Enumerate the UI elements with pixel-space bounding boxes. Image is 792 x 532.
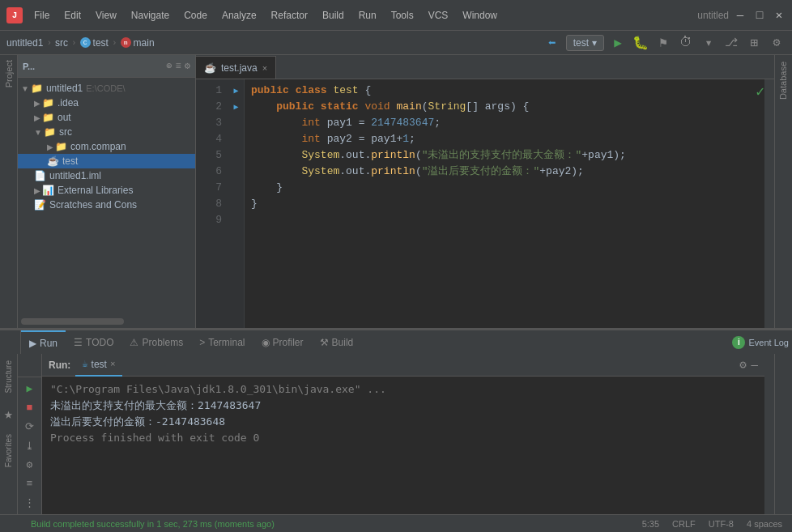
project-panel-gear-icon[interactable]: ⚙ (185, 60, 190, 72)
tree-scratches[interactable]: 📝 Scratches and Cons (18, 198, 195, 212)
terminal-tab-icon: > (199, 337, 205, 348)
run-fold-button[interactable]: ≡ (21, 476, 39, 492)
build-tab-label: Build (332, 337, 354, 348)
run-output-area: Structure ★ Favorites ▶ ■ ⟳ ⤓ ⚙ ≡ ⋮ Run:… (0, 354, 792, 514)
close-button[interactable]: ✕ (773, 9, 786, 22)
menu-run[interactable]: Run (352, 6, 383, 24)
tree-com-folder[interactable]: ▶ 📁 com.compan (18, 139, 195, 154)
menu-view[interactable]: View (89, 6, 123, 24)
favorites-icon[interactable]: ★ (4, 405, 13, 423)
run-settings-button[interactable]: ⚙ (21, 457, 39, 473)
menu-code[interactable]: Code (177, 6, 214, 24)
window-controls: — □ ✕ (734, 9, 786, 22)
menu-bar: File Edit View Navigate Code Analyze Ref… (28, 6, 692, 24)
run-output-line-4: Process finished with exit code 0 (50, 430, 756, 446)
tab-terminal[interactable]: > Terminal (191, 330, 253, 355)
menu-vcs[interactable]: VCS (422, 6, 455, 24)
coverage-button[interactable]: ⚑ (654, 34, 672, 52)
menu-build[interactable]: Build (316, 6, 351, 24)
indent-indicator[interactable]: 4 spaces (743, 519, 786, 529)
menu-refactor[interactable]: Refactor (265, 6, 314, 24)
structure-label[interactable]: Structure (2, 357, 15, 397)
tree-test-label: test (62, 155, 78, 167)
project-side-label[interactable]: Project (4, 60, 14, 87)
project-panel: P... ⊕ ≡ ⚙ ▼ 📁 untitled1 E:\CODE\ ▶ 📁 .i… (18, 55, 196, 328)
run-rerun-button[interactable]: ⟳ (21, 419, 39, 435)
tree-test-file[interactable]: ☕ test (18, 154, 195, 168)
run-scroll-end-button[interactable]: ⤓ (21, 438, 39, 454)
menu-analyze[interactable]: Analyze (215, 6, 263, 24)
minimize-button[interactable]: — (734, 9, 747, 22)
search-everywhere-icon[interactable]: ⊞ (745, 34, 763, 52)
profile-button[interactable]: ⏱ (677, 34, 695, 52)
database-panel-label[interactable]: Database (775, 55, 792, 106)
run-stop-button[interactable]: ■ (21, 400, 39, 416)
problems-tab-icon: ⚠ (130, 337, 138, 348)
run-output: "C:\Program Files\Java\jdk1.8.0_301\bin\… (42, 377, 764, 514)
run-button[interactable]: ▶ (609, 34, 627, 52)
menu-file[interactable]: File (28, 6, 56, 24)
more-run-icon[interactable]: ▾ (700, 34, 717, 52)
tab-todo[interactable]: ☰ TODO (66, 330, 121, 355)
run-scrollbar[interactable] (764, 354, 774, 514)
run-tab-close[interactable]: × (110, 360, 116, 369)
code-editor[interactable]: 1234 56789 ▶ ▶ public class test { publi… (196, 79, 774, 328)
tab-profiler[interactable]: ◉ Profiler (253, 330, 312, 355)
breadcrumb-main[interactable]: main (134, 37, 155, 49)
favorites-label[interactable]: Favorites (2, 431, 15, 470)
project-scrollbar[interactable] (21, 318, 124, 325)
menu-tools[interactable]: Tools (385, 6, 420, 24)
line-col-indicator[interactable]: 5:35 (639, 519, 662, 529)
editor-scrollbar[interactable] (764, 79, 774, 328)
event-log-button[interactable]: i Event Log (732, 336, 789, 349)
encoding-indicator[interactable]: UTF-8 (705, 519, 737, 529)
run-more-button[interactable]: ⋮ (21, 496, 39, 512)
tree-out-label: out (57, 112, 71, 123)
event-log-icon: i (732, 336, 745, 349)
breadcrumb-src[interactable]: src (55, 37, 68, 49)
run-minimize-icon[interactable]: — (752, 359, 758, 372)
maximize-button[interactable]: □ (753, 9, 766, 22)
editor-tab-test-java[interactable]: ☕ test.java × (196, 56, 276, 79)
tree-iml-file[interactable]: 📄 untitled1.iml (18, 168, 195, 183)
run-output-line-0: "C:\Program Files\Java\jdk1.8.0_301\bin\… (50, 381, 756, 398)
vcs-icon[interactable]: ⎇ (722, 34, 740, 52)
project-panel-add-icon[interactable]: ⊕ (166, 60, 172, 72)
tree-idea-folder[interactable]: ▶ 📁 .idea (18, 96, 195, 110)
tree-root[interactable]: ▼ 📁 untitled1 E:\CODE\ (18, 81, 195, 96)
navigate-back-icon[interactable]: ⬅ (543, 34, 561, 52)
code-content[interactable]: public class test { public static void m… (245, 79, 764, 328)
run-play-button[interactable]: ▶ (21, 381, 39, 397)
menu-window[interactable]: Window (456, 6, 504, 24)
code-line-2: public static void main(String[] args) { (251, 99, 758, 115)
gutter-arrow-1[interactable]: ▶ (233, 86, 238, 96)
gutter-arrow-2[interactable]: ▶ (233, 102, 238, 112)
code-line-3: int pay1 = 2147483647; (251, 115, 758, 131)
code-line-4: int pay2 = pay1+1; (251, 131, 758, 147)
tab-close-button[interactable]: × (262, 63, 267, 73)
line-ending-indicator[interactable]: CRLF (669, 519, 699, 529)
breadcrumb-test[interactable]: test (93, 37, 109, 49)
debug-button[interactable]: 🐛 (632, 34, 649, 52)
line-numbers: 1234 56789 (196, 79, 228, 328)
run-settings-icon[interactable]: ⚙ (739, 358, 746, 372)
code-line-6: System.out.println("溢出后要支付的金额："+pay2); (251, 164, 758, 180)
breadcrumb-project[interactable]: untitled1 (6, 37, 43, 49)
run-config-selector[interactable]: test ▾ (566, 35, 604, 51)
terminal-tab-label: Terminal (208, 337, 245, 348)
code-line-7: } (251, 180, 758, 196)
tab-problems[interactable]: ⚠ Problems (121, 330, 191, 355)
code-line-9 (251, 212, 758, 228)
tree-out-folder[interactable]: ▶ 📁 out (18, 110, 195, 125)
tree-external-libs[interactable]: ▶ 📊 External Libraries (18, 183, 195, 198)
menu-edit[interactable]: Edit (57, 6, 87, 24)
run-active-tab[interactable]: ☕ test × (75, 354, 121, 377)
tab-run[interactable]: ▶ Run (21, 330, 66, 355)
menu-navigate[interactable]: Navigate (125, 6, 176, 24)
project-panel-settings-icon[interactable]: ≡ (176, 61, 181, 72)
profiler-tab-label: Profiler (273, 337, 304, 348)
tab-build[interactable]: ⚒ Build (312, 330, 362, 355)
run-tab-label: Run (40, 338, 57, 349)
tree-src-folder[interactable]: ▼ 📁 src (18, 125, 195, 139)
settings-icon[interactable]: ⚙ (768, 34, 786, 52)
